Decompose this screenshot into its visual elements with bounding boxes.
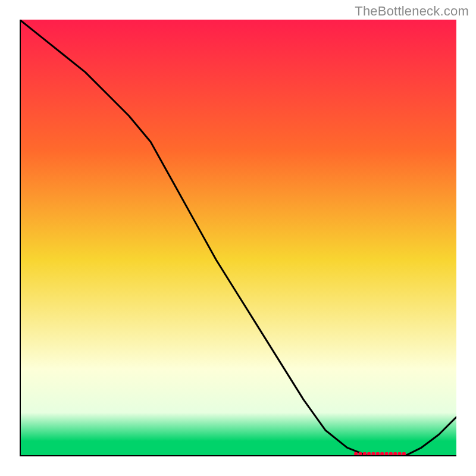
chart-frame: TheBottleneck.com: [0, 0, 476, 476]
plot-area: [20, 20, 456, 456]
gradient-background: [20, 20, 456, 456]
watermark-text: TheBottleneck.com: [355, 4, 469, 19]
chart-svg: [20, 20, 456, 456]
